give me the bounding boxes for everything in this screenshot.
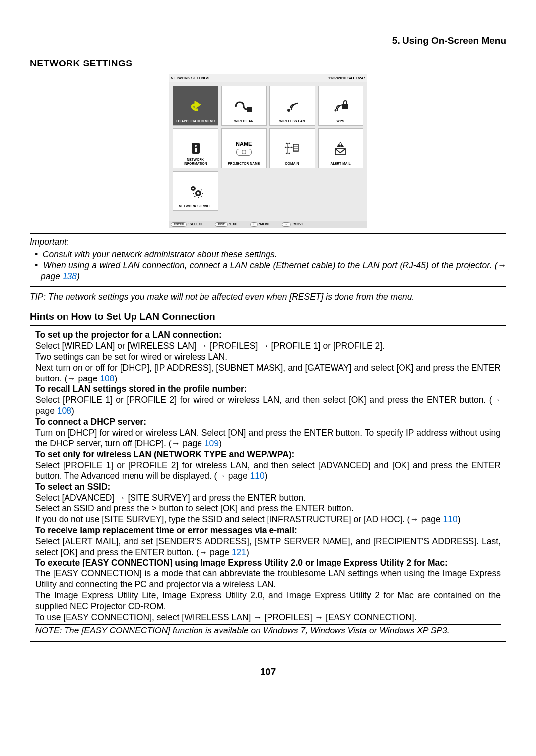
hint-h6: To receive lamp replacement time or erro… [35,525,501,536]
ns-title: NETWORK SETTINGS [171,76,209,80]
section-title: NETWORK SETTINGS [30,58,506,69]
divider [35,624,501,625]
page-ref-110[interactable]: 110 [443,514,458,524]
page-ref-109[interactable]: 109 [204,439,219,448]
hint-text: Next turn on or off for [DHCP], [IP ADDR… [35,363,501,384]
hint-h7: To execute [EASY CONNECTION] using Image… [35,558,501,568]
svg-point-1 [287,109,290,112]
page-number: 107 [30,666,506,678]
hint-h2: To recall LAN settings stored in the pro… [35,384,501,395]
tile-network-information[interactable]: NETWORK INFORMATION [173,128,218,168]
hint-h4: To set only for wireless LAN (NETWORK TY… [35,449,501,460]
svg-point-24 [340,145,341,146]
network-settings-screenshot: NETWORK SETTINGS 11/27/2010 SAT 16:47 TO… [169,74,367,229]
cable-icon [234,97,254,114]
ns-datetime: 11/27/2010 SAT 16:47 [328,76,365,80]
hints-heading: Hints on How to Set Up LAN Connection [30,310,506,324]
tip-text: TIP: The network settings you make will … [30,292,506,303]
svg-point-2 [335,109,337,111]
hint-text: Select [ADVANCED] → [SITE SURVEY] and pr… [35,493,501,504]
important-list: • Consult with your network administrato… [30,250,506,282]
wifi-icon [282,97,302,114]
important-label: Important: [30,237,506,248]
hint-text: The Image Express Utility Lite, Image Ex… [35,590,501,612]
tile-wired-lan[interactable]: WIRED LAN [221,86,267,126]
hint-text: Two settings can be set for wired or wir… [35,352,501,363]
hint-text: The [EASY CONNECTION] is a mode that can… [35,568,501,590]
tile-to-application-menu[interactable]: TO APPLICATION MENU [173,86,218,126]
page-ref-108[interactable]: 108 [57,406,71,416]
page-ref-108[interactable]: 108 [100,374,114,383]
hint-text: Turn on [DHCP] for wired or wireless LAN… [35,428,501,449]
document-page: 5. Using On-Screen Menu NETWORK SETTINGS… [0,0,536,697]
hint-text: Select [PROFILE 1] or [PROFILE 2] for wi… [35,460,501,482]
chapter-title: 5. Using On-Screen Menu [30,35,506,47]
svg-point-27 [192,188,194,189]
tile-domain[interactable]: DOMAIN [269,128,315,168]
tile-alert-mail[interactable]: ALERT MAIL [318,128,364,168]
hint-h5: To select an SSID: [35,482,501,493]
mail-alert-icon [331,140,350,157]
domain-icon [282,140,302,157]
svg-rect-23 [340,143,341,145]
hint-text: Select [WIRED LAN] or [WIRELESS LAN] → [… [35,341,501,352]
svg-rect-6 [195,148,197,152]
page-ref-121[interactable]: 121 [232,547,246,557]
hint-h1: To set up the projector for a LAN connec… [35,330,501,341]
hint-text: Select [PROFILE 1] or [PROFILE 2] for wi… [35,395,501,417]
svg-rect-0 [247,107,252,112]
divider [30,233,506,234]
tile-network-service[interactable]: NETWORK SERVICE [173,171,218,211]
hint-text: If you do not use [SITE SURVEY], type th… [35,514,501,525]
svg-point-29 [197,192,199,194]
info-icon [186,140,205,157]
tile-projector-name[interactable]: NAME PROJECTOR NAME [221,128,267,168]
hint-text: Select [ALERT MAIL], and set [SENDER'S A… [35,536,501,558]
hint-text: To use [EASY CONNECTION], select [WIRELE… [35,612,501,623]
back-arrow-icon [186,97,205,114]
ns-footer: ENTER:SELECT EXIT:EXIT ↕:MOVE ↔:MOVE [169,221,367,229]
gears-icon [186,183,205,199]
page-ref-138[interactable]: 138 [63,271,77,281]
svg-rect-3 [342,104,348,109]
hint-h3: To connect a DHCP server: [35,417,501,428]
svg-point-5 [195,145,197,147]
wifi-lock-icon [331,97,350,114]
note-text: NOTE: The [EASY CONNECTION] function is … [35,626,501,636]
hint-text: Select an SSID and press the > button to… [35,504,501,514]
tile-wireless-lan[interactable]: WIRELESS LAN [269,86,315,126]
page-ref-110[interactable]: 110 [250,471,265,481]
name-icon: NAME [234,140,254,157]
tile-wps[interactable]: WPS [318,86,364,126]
divider [30,286,506,287]
hints-box: To set up the projector for a LAN connec… [30,325,506,642]
